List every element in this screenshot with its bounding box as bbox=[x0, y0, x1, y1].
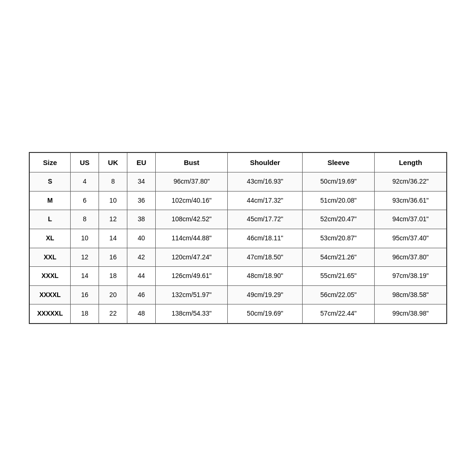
header-shoulder: Shoulder bbox=[228, 152, 303, 172]
cell-shoulder: 45cm/17.72" bbox=[228, 210, 303, 229]
cell-eu: 36 bbox=[127, 191, 156, 210]
cell-length: 92cm/36.22" bbox=[375, 172, 447, 192]
table-row: XL101440114cm/44.88"46cm/18.11"53cm/20.8… bbox=[29, 229, 447, 248]
cell-bust: 132cm/51.97" bbox=[156, 285, 228, 304]
cell-shoulder: 48cm/18.90" bbox=[228, 267, 303, 286]
cell-eu: 38 bbox=[127, 210, 156, 229]
table-row: XXXL141844126cm/49.61"48cm/18.90"55cm/21… bbox=[29, 267, 447, 286]
cell-us: 14 bbox=[71, 267, 99, 286]
cell-bust: 126cm/49.61" bbox=[156, 267, 228, 286]
header-length: Length bbox=[375, 152, 447, 172]
header-sleeve: Sleeve bbox=[303, 152, 375, 172]
cell-shoulder: 50cm/19.69" bbox=[228, 304, 303, 324]
cell-us: 16 bbox=[71, 285, 99, 304]
cell-length: 96cm/37.80" bbox=[375, 248, 447, 267]
cell-bust: 138cm/54.33" bbox=[156, 304, 228, 324]
cell-eu: 48 bbox=[127, 304, 156, 324]
cell-bust: 96cm/37.80" bbox=[156, 172, 228, 192]
cell-us: 8 bbox=[71, 210, 99, 229]
cell-shoulder: 47cm/18.50" bbox=[228, 248, 303, 267]
cell-sleeve: 50cm/19.69" bbox=[303, 172, 375, 192]
cell-eu: 46 bbox=[127, 285, 156, 304]
table-row: XXXXXL182248138cm/54.33"50cm/19.69"57cm/… bbox=[29, 304, 447, 324]
cell-uk: 18 bbox=[99, 267, 127, 286]
cell-uk: 20 bbox=[99, 285, 127, 304]
table-row: XXL121642120cm/47.24"47cm/18.50"54cm/21.… bbox=[29, 248, 447, 267]
cell-uk: 12 bbox=[99, 210, 127, 229]
table-row: S483496cm/37.80"43cm/16.93"50cm/19.69"92… bbox=[29, 172, 447, 192]
table-row: L81238108cm/42.52"45cm/17.72"52cm/20.47"… bbox=[29, 210, 447, 229]
cell-uk: 16 bbox=[99, 248, 127, 267]
cell-size: XXXL bbox=[29, 267, 71, 286]
cell-sleeve: 53cm/20.87" bbox=[303, 229, 375, 248]
cell-us: 18 bbox=[71, 304, 99, 324]
cell-uk: 10 bbox=[99, 191, 127, 210]
cell-us: 6 bbox=[71, 191, 99, 210]
cell-size: M bbox=[29, 191, 71, 210]
cell-sleeve: 57cm/22.44" bbox=[303, 304, 375, 324]
size-chart-table: Size US UK EU Bust Shoulder Sleeve Lengt… bbox=[29, 152, 447, 324]
cell-us: 10 bbox=[71, 229, 99, 248]
cell-bust: 120cm/47.24" bbox=[156, 248, 228, 267]
cell-bust: 114cm/44.88" bbox=[156, 229, 228, 248]
cell-bust: 108cm/42.52" bbox=[156, 210, 228, 229]
cell-uk: 14 bbox=[99, 229, 127, 248]
cell-shoulder: 46cm/18.11" bbox=[228, 229, 303, 248]
cell-eu: 42 bbox=[127, 248, 156, 267]
cell-sleeve: 55cm/21.65" bbox=[303, 267, 375, 286]
cell-shoulder: 43cm/16.93" bbox=[228, 172, 303, 192]
cell-us: 12 bbox=[71, 248, 99, 267]
cell-size: L bbox=[29, 210, 71, 229]
cell-sleeve: 54cm/21.26" bbox=[303, 248, 375, 267]
cell-size: XXXXXL bbox=[29, 304, 71, 324]
table-row: M61036102cm/40.16"44cm/17.32"51cm/20.08"… bbox=[29, 191, 447, 210]
table-header-row: Size US UK EU Bust Shoulder Sleeve Lengt… bbox=[29, 152, 447, 172]
cell-size: XXL bbox=[29, 248, 71, 267]
cell-uk: 8 bbox=[99, 172, 127, 192]
cell-length: 97cm/38.19" bbox=[375, 267, 447, 286]
cell-sleeve: 52cm/20.47" bbox=[303, 210, 375, 229]
cell-eu: 40 bbox=[127, 229, 156, 248]
cell-us: 4 bbox=[71, 172, 99, 192]
header-us: US bbox=[71, 152, 99, 172]
cell-shoulder: 49cm/19.29" bbox=[228, 285, 303, 304]
cell-size: XXXXL bbox=[29, 285, 71, 304]
cell-shoulder: 44cm/17.32" bbox=[228, 191, 303, 210]
cell-length: 99cm/38.98" bbox=[375, 304, 447, 324]
header-uk: UK bbox=[99, 152, 127, 172]
header-size: Size bbox=[29, 152, 71, 172]
cell-size: XL bbox=[29, 229, 71, 248]
cell-length: 95cm/37.40" bbox=[375, 229, 447, 248]
header-eu: EU bbox=[127, 152, 156, 172]
size-chart-container: Size US UK EU Bust Shoulder Sleeve Lengt… bbox=[29, 152, 447, 324]
cell-sleeve: 56cm/22.05" bbox=[303, 285, 375, 304]
cell-size: S bbox=[29, 172, 71, 192]
cell-length: 93cm/36.61" bbox=[375, 191, 447, 210]
cell-eu: 34 bbox=[127, 172, 156, 192]
cell-uk: 22 bbox=[99, 304, 127, 324]
cell-length: 98cm/38.58" bbox=[375, 285, 447, 304]
cell-length: 94cm/37.01" bbox=[375, 210, 447, 229]
table-row: XXXXL162046132cm/51.97"49cm/19.29"56cm/2… bbox=[29, 285, 447, 304]
header-bust: Bust bbox=[156, 152, 228, 172]
cell-bust: 102cm/40.16" bbox=[156, 191, 228, 210]
cell-eu: 44 bbox=[127, 267, 156, 286]
cell-sleeve: 51cm/20.08" bbox=[303, 191, 375, 210]
